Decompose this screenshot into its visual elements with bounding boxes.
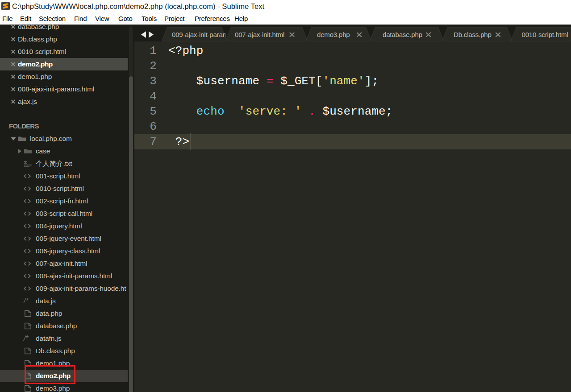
svg-text:demo3.php: demo3.php	[317, 31, 350, 38]
svg-text:0010-script.html: 0010-script.html	[522, 31, 568, 38]
svg-text:database.php: database.php	[383, 31, 422, 38]
svg-text:Db.class.php: Db.class.php	[454, 31, 492, 38]
svg-text:007-ajax-init.html: 007-ajax-init.html	[235, 31, 284, 38]
